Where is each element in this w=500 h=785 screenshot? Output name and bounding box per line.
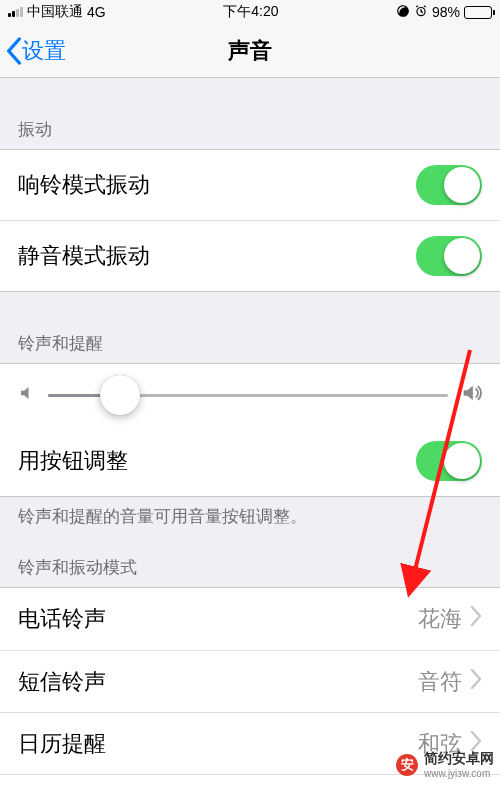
section-header-pattern: 铃声和振动模式	[0, 534, 500, 587]
cell-label: 响铃模式振动	[18, 170, 150, 200]
carrier-label: 中国联通	[27, 3, 83, 21]
do-not-disturb-icon	[396, 4, 410, 21]
cell-value: 花海	[418, 604, 462, 634]
page-title: 声音	[0, 36, 500, 66]
alarm-icon	[414, 4, 428, 21]
toggle-silent-vibrate[interactable]	[416, 236, 482, 276]
volume-slider[interactable]	[48, 394, 448, 397]
cell-label: 静音模式振动	[18, 241, 150, 271]
status-bar: 中国联通 4G 下午4:20 98%	[0, 0, 500, 24]
section-footer-ringer: 铃声和提醒的音量可用音量按钮调整。	[0, 497, 500, 534]
cell-reminder-alerts[interactable]: 提醒事项的提醒	[0, 774, 500, 785]
back-label: 设置	[22, 36, 66, 66]
cell-label: 日历提醒	[18, 729, 106, 759]
toggle-change-with-buttons[interactable]	[416, 441, 482, 481]
cell-text-tone[interactable]: 短信铃声 音符	[0, 650, 500, 712]
cell-calendar-alerts[interactable]: 日历提醒 和弦	[0, 712, 500, 774]
chevron-right-icon	[470, 606, 482, 632]
speaker-low-icon	[18, 384, 36, 406]
group-pattern: 电话铃声 花海 短信铃声 音符 日历提醒 和弦 提醒事项的提醒	[0, 587, 500, 785]
cell-label: 短信铃声	[18, 667, 106, 697]
back-button[interactable]: 设置	[6, 36, 66, 66]
group-ringer: 用按钮调整	[0, 363, 500, 497]
speaker-high-icon	[460, 382, 482, 408]
status-time: 下午4:20	[223, 3, 278, 21]
group-vibration: 响铃模式振动 静音模式振动	[0, 149, 500, 292]
cell-change-with-buttons[interactable]: 用按钮调整	[0, 426, 500, 496]
chevron-right-icon	[470, 731, 482, 757]
nav-bar: 设置 声音	[0, 24, 500, 78]
status-right: 98%	[396, 4, 492, 21]
slider-thumb[interactable]	[100, 375, 140, 415]
toggle-ring-vibrate[interactable]	[416, 165, 482, 205]
cell-value: 和弦	[418, 729, 462, 759]
cell-label: 电话铃声	[18, 604, 106, 634]
signal-icon	[8, 7, 23, 17]
cell-ring-vibrate[interactable]: 响铃模式振动	[0, 150, 500, 220]
cell-value: 音符	[418, 667, 462, 697]
network-label: 4G	[87, 4, 106, 20]
cell-label: 用按钮调整	[18, 446, 128, 476]
section-header-vibration: 振动	[0, 78, 500, 149]
status-left: 中国联通 4G	[8, 3, 106, 21]
battery-icon	[464, 6, 492, 19]
section-header-ringer: 铃声和提醒	[0, 292, 500, 363]
volume-slider-cell	[0, 364, 500, 426]
chevron-right-icon	[470, 669, 482, 695]
cell-silent-vibrate[interactable]: 静音模式振动	[0, 220, 500, 291]
battery-pct: 98%	[432, 4, 460, 20]
cell-ringtone[interactable]: 电话铃声 花海	[0, 588, 500, 650]
